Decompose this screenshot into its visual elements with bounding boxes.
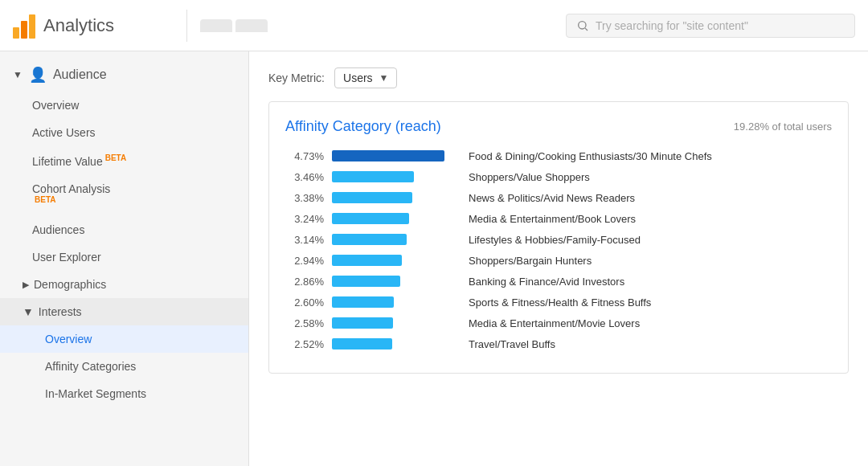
- person-icon: 👤: [29, 66, 47, 84]
- search-area[interactable]: Try searching for "site content": [566, 14, 855, 38]
- chart-row: 3.14% Lifestyles & Hobbies/Family-Focuse…: [285, 231, 832, 247]
- sidebar-item-cohort-analysis[interactable]: Cohort Analysis BETA: [0, 175, 248, 217]
- chart-row: 2.58% Media & Entertainment/Movie Lovers: [285, 315, 832, 331]
- sidebar-item-affinity-categories[interactable]: Affinity Categories: [0, 353, 248, 380]
- sidebar-item-interests-overview[interactable]: Overview: [0, 325, 248, 353]
- chart-pct: 2.58%: [285, 317, 324, 329]
- chart-label: Media & Entertainment/Movie Lovers: [469, 317, 832, 329]
- lifetime-value-beta-badge: BETA: [105, 153, 126, 162]
- chart-pct: 4.73%: [285, 150, 324, 162]
- sidebar-item-lifetime-value[interactable]: Lifetime ValueBETA: [0, 146, 248, 175]
- bar-fill: [332, 338, 392, 350]
- sidebar-item-active-users[interactable]: Active Users: [0, 119, 248, 146]
- sidebar-item-in-market-segments[interactable]: In-Market Segments: [0, 380, 248, 407]
- chart-row: 4.73% Food & Dining/Cooking Enthusiasts/…: [285, 148, 832, 164]
- chart-pct: 3.14%: [285, 234, 324, 246]
- chart-label: Media & Entertainment/Book Lovers: [469, 213, 832, 225]
- key-metric-label: Key Metric:: [268, 72, 325, 84]
- chart-label: Sports & Fitness/Health & Fitness Buffs: [469, 296, 832, 309]
- sidebar-item-user-explorer[interactable]: User Explorer: [0, 243, 248, 271]
- bar-fill: [332, 255, 402, 266]
- chart-pct: 3.24%: [285, 213, 324, 225]
- chart-pct: 3.46%: [285, 171, 324, 183]
- chart-label: Shoppers/Bargain Hunters: [469, 255, 832, 267]
- chart-label: Lifestyles & Hobbies/Family-Focused: [469, 234, 832, 246]
- bar-fill: [332, 150, 444, 161]
- cohort-analysis-beta-badge: BETA: [35, 195, 55, 204]
- chart-label: News & Politics/Avid News Readers: [469, 192, 832, 204]
- sidebar: ▼ 👤 Audience Overview Active Users Lifet…: [0, 51, 249, 466]
- chart-row: 2.94% Shoppers/Bargain Hunters: [285, 252, 832, 268]
- key-metric-value: Users: [343, 72, 373, 84]
- main-content: Key Metric: Users ▼ Affinity Category (r…: [249, 51, 868, 466]
- bar-fill: [332, 317, 393, 329]
- search-icon: [576, 19, 589, 32]
- bar-container: [332, 315, 461, 331]
- bar-fill: [332, 234, 407, 245]
- bar-container: [332, 294, 461, 310]
- bar-container: [332, 336, 461, 352]
- bar-fill: [332, 296, 394, 308]
- chart-row: 2.60% Sports & Fitness/Health & Fitness …: [285, 294, 832, 310]
- sidebar-interests-header[interactable]: ▼ Interests: [0, 298, 248, 325]
- chart-label: Food & Dining/Cooking Enthusiasts/30 Min…: [469, 150, 832, 162]
- chart-label: Banking & Finance/Avid Investors: [469, 276, 832, 288]
- analytics-logo-icon: [13, 13, 35, 39]
- bar-container: [332, 169, 461, 185]
- audience-chevron-icon: ▼: [13, 69, 23, 80]
- bar-container: [332, 148, 461, 164]
- svg-line-1: [585, 28, 588, 31]
- body-layout: ▼ 👤 Audience Overview Active Users Lifet…: [0, 51, 868, 466]
- chart-title: Affinity Category (reach): [285, 118, 441, 135]
- app-title: Analytics: [43, 15, 114, 36]
- svg-point-0: [579, 21, 586, 28]
- chart-stat: 19.28% of total users: [734, 121, 832, 133]
- bar-fill: [332, 276, 400, 287]
- chart-header: Affinity Category (reach) 19.28% of tota…: [285, 118, 832, 135]
- chart-pct: 2.60%: [285, 296, 324, 309]
- header-tab-1[interactable]: [200, 19, 232, 32]
- sidebar-item-audiences[interactable]: Audiences: [0, 216, 248, 243]
- bar-fill: [332, 171, 414, 182]
- chart-row: 3.38% News & Politics/Avid News Readers: [285, 190, 832, 206]
- header-divider: [186, 10, 187, 42]
- bar-container: [332, 231, 461, 247]
- demographics-label: Demographics: [34, 278, 106, 291]
- demographics-chevron-icon: ▶: [23, 280, 29, 290]
- chart-row: 2.52% Travel/Travel Buffs: [285, 336, 832, 352]
- bar-container: [332, 273, 461, 289]
- interests-label: Interests: [39, 305, 82, 318]
- chart-row: 3.46% Shoppers/Value Shoppers: [285, 169, 832, 185]
- search-placeholder-text: Try searching for "site content": [596, 19, 748, 32]
- key-metric-dropdown-icon: ▼: [379, 72, 389, 84]
- bar-container: [332, 252, 461, 268]
- logo-area: Analytics: [13, 13, 174, 39]
- chart-pct: 2.86%: [285, 276, 324, 288]
- sidebar-item-overview[interactable]: Overview: [0, 92, 248, 119]
- chart-row: 2.86% Banking & Finance/Avid Investors: [285, 273, 832, 289]
- key-metric-select[interactable]: Users ▼: [334, 67, 397, 88]
- chart-pct: 3.38%: [285, 192, 324, 204]
- chart-section: Affinity Category (reach) 19.28% of tota…: [268, 101, 849, 374]
- bar-fill: [332, 213, 409, 224]
- sidebar-demographics-header[interactable]: ▶ Demographics: [0, 271, 248, 298]
- chart-pct: 2.52%: [285, 338, 324, 350]
- sidebar-audience-header[interactable]: ▼ 👤 Audience: [0, 58, 248, 92]
- chart-rows: 4.73% Food & Dining/Cooking Enthusiasts/…: [285, 148, 832, 352]
- header-nav-tabs: [200, 19, 566, 32]
- chart-row: 3.24% Media & Entertainment/Book Lovers: [285, 211, 832, 227]
- chart-label: Shoppers/Value Shoppers: [469, 171, 832, 183]
- header: Analytics Try searching for "site conten…: [0, 0, 868, 51]
- bar-container: [332, 211, 461, 227]
- interests-chevron-icon: ▼: [23, 305, 34, 318]
- key-metric-row: Key Metric: Users ▼: [268, 67, 849, 88]
- header-tab-2[interactable]: [235, 19, 268, 32]
- bar-container: [332, 190, 461, 206]
- chart-label: Travel/Travel Buffs: [469, 338, 832, 350]
- bar-fill: [332, 192, 412, 203]
- audience-label: Audience: [53, 67, 107, 82]
- chart-pct: 2.94%: [285, 255, 324, 267]
